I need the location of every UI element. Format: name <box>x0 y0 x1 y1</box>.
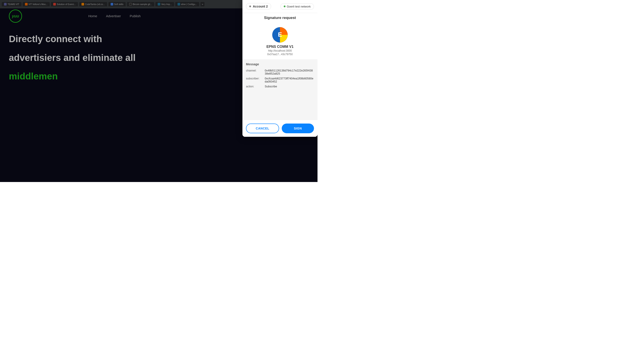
app-icon: E <box>272 27 288 42</box>
app-url: http://localhost:3000 <box>268 49 292 52</box>
network-dot-icon <box>284 6 285 7</box>
account-pill[interactable]: Account 2 <box>246 3 271 10</box>
message-row-action: action: Subscribe <box>246 84 314 89</box>
message-row-channel: channel: 0x48b51126138d794c17e222e265f43… <box>246 68 314 76</box>
message-label: Message <box>246 62 314 66</box>
action-value: Subscribe <box>265 84 314 89</box>
sign-button[interactable]: SIGN <box>282 124 314 133</box>
cancel-button[interactable]: CANCEL <box>246 124 279 133</box>
modal-title-area: Signature request <box>242 13 317 24</box>
app-address: 0x37aa17...43c79750 <box>267 53 292 56</box>
modal-header: Account 2 Goerli test network <box>242 0 317 13</box>
subscriber-key: subscriber: <box>246 76 265 84</box>
action-key: action: <box>246 84 265 89</box>
subscriber-value: 0xcfcaa4d623773ff7404ea1f08b60580eda0934… <box>265 76 314 84</box>
message-area: Message channel: 0x48b51126138d794c17e22… <box>242 59 317 120</box>
app-icon-svg: E <box>272 27 288 42</box>
app-name: EPNS COMM V1 <box>266 45 294 49</box>
channel-key: channel: <box>246 68 265 76</box>
modal-actions: CANCEL SIGN <box>242 120 317 137</box>
network-pill[interactable]: Goerli test network <box>280 3 314 10</box>
metamask-signature-modal: Account 2 Goerli test network Signature … <box>242 0 317 137</box>
account-dot-icon <box>249 6 251 7</box>
account-name: Account 2 <box>253 5 268 8</box>
channel-value: 0x48b51126138d794c17e222e265f43838e852a8… <box>265 68 314 76</box>
message-table: channel: 0x48b51126138d794c17e222e265f43… <box>246 68 314 89</box>
network-name: Goerli test network <box>287 5 311 8</box>
app-info-area: E EPNS COMM V1 http://localhost:3000 0x3… <box>242 24 317 59</box>
svg-text:E: E <box>278 31 282 38</box>
modal-title: Signature request <box>264 16 296 20</box>
message-row-subscriber: subscriber: 0xcfcaa4d623773ff7404ea1f08b… <box>246 76 314 84</box>
